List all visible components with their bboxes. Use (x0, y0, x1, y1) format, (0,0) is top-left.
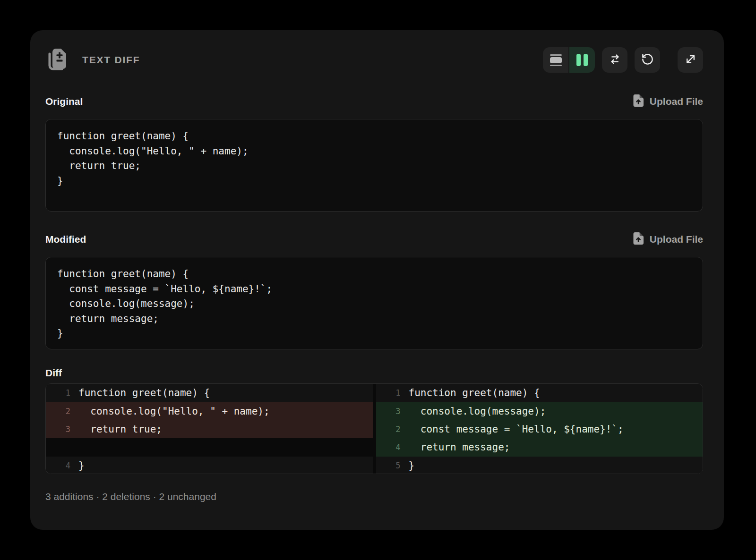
diff-label: Diff (45, 367, 703, 379)
line-number: 4 (46, 461, 70, 470)
diff-line-text: function greet(name) { (401, 387, 540, 399)
original-code-box: function greet(name) { console.log("Hell… (45, 119, 703, 212)
diff-row-removed: 2 console.log("Hello, " + name); (46, 402, 373, 420)
line-number: 3 (376, 407, 401, 416)
diff-view: 1function greet(name) {2 console.log("He… (45, 383, 703, 474)
expand-icon (684, 53, 697, 67)
diff-row-removed: 3 return true; (46, 420, 373, 438)
split-view-button[interactable] (569, 47, 595, 73)
diff-line-text: function greet(name) { (70, 387, 210, 399)
diff-stats: 3 additions · 2 deletions · 2 unchanged (45, 491, 703, 502)
header-left: TEXT DIFF (45, 48, 140, 72)
diff-row-added: 4 return message; (376, 438, 703, 456)
diff-line-text: console.log("Hello, " + name); (70, 406, 270, 417)
diff-line-text: } (401, 460, 415, 471)
modified-section-header: Modified Upload File (45, 232, 703, 246)
diff-row-added: 3 console.log(message); (376, 402, 703, 420)
file-up-icon (633, 94, 644, 110)
page-title: TEXT DIFF (82, 54, 140, 66)
modified-code-input[interactable]: function greet(name) { const message = `… (46, 257, 703, 349)
diff-row-unchanged: 1function greet(name) { (46, 384, 373, 402)
modified-label: Modified (45, 234, 86, 245)
diff-line-text: return true; (70, 424, 162, 435)
unified-view-button[interactable] (543, 47, 568, 73)
diff-line-text: return message; (401, 441, 510, 453)
file-up-icon (633, 232, 644, 247)
expand-button[interactable] (678, 47, 703, 73)
diff-panel-right: 1function greet(name) {3 console.log(mes… (376, 384, 703, 474)
diff-line-text: const message = `Hello, ${name}!`; (401, 424, 624, 435)
reset-icon (641, 53, 654, 67)
line-number: 2 (46, 407, 70, 416)
header: TEXT DIFF (45, 46, 703, 74)
unified-view-icon (550, 54, 562, 66)
reset-button[interactable] (635, 47, 660, 73)
text-diff-card: TEXT DIFF (30, 30, 724, 530)
original-upload-button[interactable]: Upload File (633, 94, 703, 110)
toolbar (543, 47, 703, 73)
file-diff-icon (45, 48, 69, 72)
diff-row-unchanged: 4} (46, 457, 373, 474)
diff-row-spacer (46, 438, 373, 456)
modified-code-box: function greet(name) { const message = `… (45, 257, 703, 349)
line-number: 4 (376, 442, 401, 452)
view-mode-segmented-control (543, 47, 595, 73)
diff-row-unchanged: 1function greet(name) { (376, 384, 703, 402)
modified-upload-label: Upload File (650, 234, 703, 245)
original-upload-label: Upload File (650, 96, 703, 107)
diff-panel-left: 1function greet(name) {2 console.log("He… (46, 384, 373, 474)
diff-row-unchanged: 5} (376, 457, 703, 474)
original-section-header: Original Upload File (45, 94, 703, 109)
diff-line-text: console.log(message); (401, 406, 546, 417)
swap-icon (609, 53, 621, 67)
line-number: 1 (46, 388, 70, 398)
swap-button[interactable] (602, 47, 627, 73)
diff-row-added: 2 const message = `Hello, ${name}!`; (376, 420, 703, 438)
line-number: 1 (376, 388, 401, 398)
modified-upload-button[interactable]: Upload File (633, 232, 703, 247)
line-number: 5 (376, 461, 401, 470)
original-code-input[interactable]: function greet(name) { console.log("Hell… (46, 119, 703, 211)
line-number: 3 (46, 424, 70, 434)
diff-line-text: } (70, 460, 85, 471)
original-label: Original (45, 96, 83, 107)
line-number: 2 (376, 424, 401, 434)
split-view-icon (576, 54, 588, 66)
